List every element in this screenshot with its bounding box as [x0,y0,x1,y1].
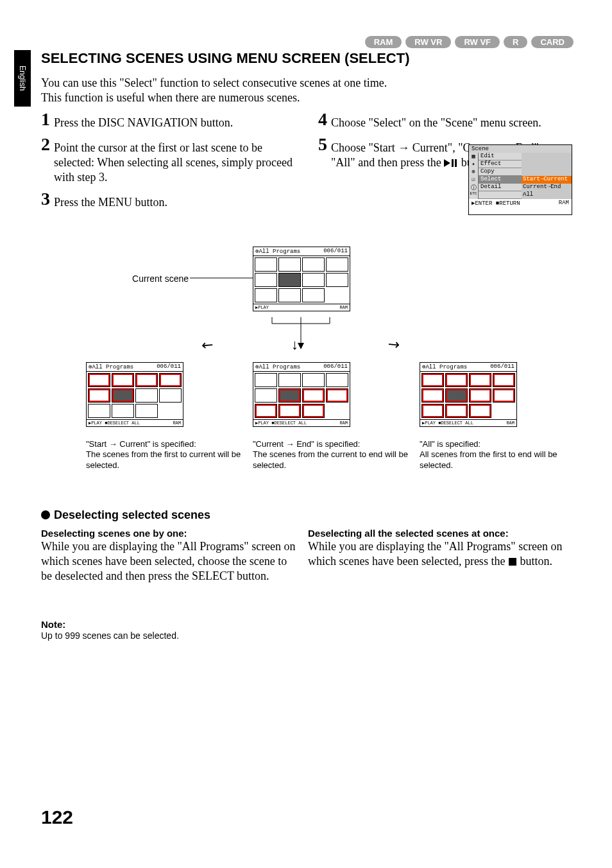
arrow-down-icon: ↓ [291,336,298,353]
step-number: 2 [41,135,50,153]
menu-row: ⊚Copy [469,168,572,176]
stop-icon [508,557,517,566]
deselect-all-body-b: button. [517,555,552,568]
media-pill: CARD [531,36,574,48]
down-branch-icon [253,317,349,349]
intro-line1: You can use this "Select" function to se… [41,76,387,89]
mini-screen-middle: ⊚All Programs006/011 ▶PLAY ■DESELECT ALL… [253,362,350,427]
left-column: 1 Press the DISC NAVIGATION button. 2 Po… [41,110,296,215]
mini-screen-right: ⊚All Programs006/011 ▶PLAY ■DESELECT ALL… [420,362,517,427]
deselect-all-heading: Deselecting all the selected scenes at o… [308,528,509,539]
current-scene-label: Current scene [105,273,189,284]
media-pill: RW VF [455,36,500,48]
step-text: Point the cursor at the first or last sc… [54,135,296,185]
scene-menu-lcd: Scene ▦Edit ✦Effect ⊚Copy ☑SelectStart→C… [468,144,572,215]
menu-row: ▦Edit [469,153,572,161]
menu-title: Scene [469,145,572,153]
step-2: 2 Point the cursor at the first or last … [41,135,296,185]
menu-row-selected: ☑SelectStart→Current [469,176,572,184]
intro-text: You can use this "Select" function to se… [41,76,426,105]
play-pause-icon [444,159,458,168]
deselect-all-body: While you are displaying the "All Progra… [308,539,565,569]
mini-screen-left: ⊚All Programs006/011 ▶PLAY ■DESELECT ALL… [86,362,183,427]
step-4: 4 Choose "Select" on the "Scene" menu sc… [318,110,574,130]
menu-footer: ▶ENTER ■RETURNRAM [469,199,572,207]
page-number: 122 [41,806,73,828]
svg-rect-2 [455,159,457,167]
selection-diagram: Current scene ⊚All Programs006/011 ▶PLAY… [41,247,574,497]
arrow-left-icon: ↙ [198,334,217,354]
menu-row: ETCAll [469,191,572,199]
leader-line-icon [190,277,254,279]
caption-middle: "Current → End" is specified: The scenes… [253,439,413,471]
mini-screen-top: ⊚All Programs006/011 ▶PLAYRAM [253,247,350,311]
step-number: 1 [41,110,50,128]
page-title: SELECTING SCENES USING MENU SCREEN (SELE… [41,50,574,67]
svg-rect-10 [509,558,516,566]
step-number: 4 [318,110,327,128]
media-pill: RW VR [405,36,451,48]
language-tab-text: English [18,65,27,91]
svg-marker-9 [298,343,304,349]
language-tab: English [14,50,31,107]
deselecting-heading: Deselecting selected scenes [41,508,210,522]
deselect-one-heading: Deselecting scenes one by one: [41,528,187,539]
media-pill: R [504,36,527,48]
step-text: Press the DISC NAVIGATION button. [54,110,296,130]
step-1: 1 Press the DISC NAVIGATION button. [41,110,296,130]
deselect-one-body: While you are displaying the "All Progra… [41,539,298,584]
step-3: 3 Press the MENU button. [41,190,296,210]
svg-marker-0 [444,159,450,167]
menu-row: ⓘDetailCurrent→End [469,184,572,191]
step-number: 5 [318,135,327,153]
caption-right: "All" is specified: All scenes from the … [420,439,580,471]
menu-row: ✦Effect [469,161,572,168]
step-number: 3 [41,190,50,208]
media-pill-row: RAM RW VR RW VF R CARD [365,36,574,48]
intro-line2: This function is useful when there are n… [41,91,300,104]
step-text: Press the MENU button. [54,190,296,210]
svg-rect-1 [452,159,454,167]
caption-left: "Start → Current" is specified: The scen… [86,439,246,471]
note-body: Up to 999 scenes can be selected. [41,630,179,641]
media-pill: RAM [365,36,402,48]
step-text: Choose "Select" on the "Scene" menu scre… [331,110,574,130]
note-heading: Note: [41,619,65,630]
arrow-right-icon: ↘ [384,334,404,354]
